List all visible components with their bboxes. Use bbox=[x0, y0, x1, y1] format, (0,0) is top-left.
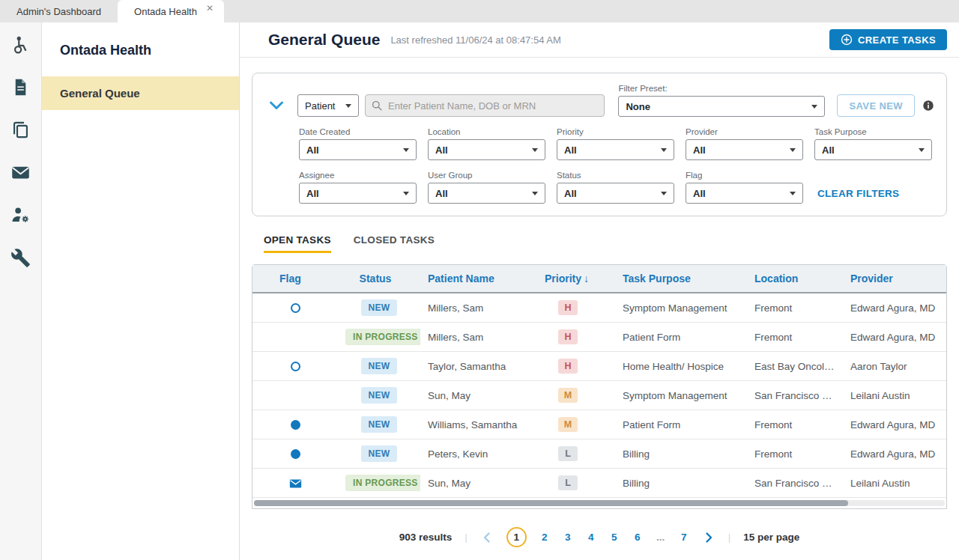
table-row[interactable]: NEW Sun, May M Symptom Management San Fr… bbox=[252, 381, 946, 410]
chevron-down-icon bbox=[790, 192, 796, 195]
patient-name-cell: Millers, Sam bbox=[420, 293, 537, 323]
divider: | bbox=[465, 532, 468, 543]
filter-priority-select[interactable]: All bbox=[557, 139, 674, 160]
table-row[interactable]: IN PROGRESS Sun, May L Billing San Franc… bbox=[252, 469, 946, 498]
chevron-down-icon bbox=[345, 104, 351, 108]
previous-page-chevron-icon[interactable] bbox=[480, 531, 494, 544]
filter-item: Location All bbox=[428, 127, 545, 160]
filter-row-1: Date Created All Location All Priority A… bbox=[299, 127, 934, 160]
provider-cell: Leilani Austin bbox=[843, 469, 946, 498]
collapse-filters-chevron-icon[interactable] bbox=[267, 97, 285, 115]
table-header-row: Flag Status Patient Name Priority↓ Task … bbox=[252, 265, 946, 293]
status-badge: IN PROGRESS bbox=[345, 329, 420, 345]
provider-cell: Edward Agura, MD bbox=[843, 293, 946, 323]
filter-value: All bbox=[564, 144, 577, 156]
filter-flag-select[interactable]: All bbox=[686, 183, 803, 204]
table-row[interactable]: NEW Millers, Sam H Symptom Management Fr… bbox=[252, 293, 946, 323]
filter-location-select[interactable]: All bbox=[428, 139, 545, 160]
patient-name-cell: Sun, May bbox=[420, 381, 537, 410]
save-new-preset-button[interactable]: SAVE NEW bbox=[837, 94, 915, 117]
filter-item: Assignee All bbox=[299, 171, 417, 204]
tools-icon[interactable] bbox=[10, 248, 31, 268]
patient-search-input[interactable] bbox=[365, 94, 605, 117]
chevron-down-icon bbox=[661, 192, 667, 195]
flag-circle-filled-icon[interactable] bbox=[291, 449, 300, 459]
filter-task-purpose-select[interactable]: All bbox=[814, 139, 932, 160]
copy-icon[interactable] bbox=[10, 120, 31, 140]
column-header-patient-name[interactable]: Patient Name bbox=[420, 265, 537, 293]
results-count: 903 results bbox=[399, 532, 453, 543]
document-icon[interactable] bbox=[10, 77, 31, 97]
close-tab-icon[interactable]: ✕ bbox=[206, 3, 214, 13]
patient-name-cell: Williams, Samantha bbox=[420, 410, 537, 439]
browser-tab-admins-dashboard[interactable]: Admin's Dashboard bbox=[0, 0, 118, 22]
column-header-priority[interactable]: Priority↓ bbox=[537, 265, 615, 293]
search-type-select[interactable]: Patient bbox=[297, 94, 359, 117]
flag-circle-outline-icon[interactable] bbox=[291, 303, 300, 313]
divider: | bbox=[728, 532, 731, 543]
per-page-select[interactable]: 15 per page bbox=[743, 532, 799, 543]
scrollbar-thumb[interactable] bbox=[254, 500, 848, 506]
filter-value: All bbox=[306, 188, 319, 199]
task-purpose-cell: Billing bbox=[615, 439, 747, 469]
browser-tab-ontada-health[interactable]: Ontada Health ✕ bbox=[118, 0, 224, 22]
provider-cell: Edward Agura, MD bbox=[843, 410, 946, 439]
flag-circle-filled-icon[interactable] bbox=[291, 420, 300, 430]
filter-status-select[interactable]: All bbox=[557, 183, 674, 204]
page-2-button[interactable]: 2 bbox=[539, 532, 550, 543]
patient-name-cell: Sun, May bbox=[420, 469, 537, 498]
user-admin-icon[interactable] bbox=[10, 205, 31, 225]
chevron-down-icon bbox=[790, 148, 796, 152]
filter-label: Task Purpose bbox=[814, 127, 932, 136]
page-7-button[interactable]: 7 bbox=[679, 532, 689, 543]
flag-envelope-icon[interactable] bbox=[289, 478, 302, 489]
next-page-chevron-icon[interactable] bbox=[702, 531, 716, 544]
filter-user-group-select[interactable]: All bbox=[428, 183, 545, 204]
filter-value: All bbox=[693, 188, 706, 199]
filter-preset-select[interactable]: None bbox=[618, 96, 825, 117]
table-row[interactable]: IN PROGRESS Millers, Sam H Patient Form … bbox=[252, 323, 946, 352]
tab-closed-tasks[interactable]: CLOSED TASKS bbox=[354, 234, 435, 253]
filter-date-created-select[interactable]: All bbox=[299, 139, 417, 160]
page-4-button[interactable]: 4 bbox=[586, 532, 596, 543]
patient-name-cell: Millers, Sam bbox=[420, 323, 537, 352]
column-header-location[interactable]: Location bbox=[747, 265, 843, 293]
horizontal-scrollbar[interactable] bbox=[254, 500, 945, 506]
filter-item: Priority All bbox=[557, 127, 674, 160]
tab-open-tasks[interactable]: OPEN TASKS bbox=[264, 234, 331, 253]
provider-cell: Leilani Austin bbox=[843, 381, 946, 410]
filter-row-2: Assignee All User Group All Status All F… bbox=[299, 171, 934, 204]
info-icon[interactable] bbox=[922, 100, 934, 112]
table-row[interactable]: NEW Peters, Kevin L Billing Fremont Edwa… bbox=[252, 439, 946, 469]
table-row[interactable]: NEW Williams, Samantha M Patient Form Fr… bbox=[252, 410, 946, 439]
clear-filters-link[interactable]: CLEAR FILTERS bbox=[817, 188, 899, 199]
table-row[interactable]: NEW Taylor, Samantha H Home Health/ Hosp… bbox=[252, 352, 946, 381]
location-cell: Fremont bbox=[747, 410, 843, 439]
create-tasks-button[interactable]: CREATE TASKS bbox=[829, 29, 947, 50]
location-cell: San Francisco Med... bbox=[747, 381, 843, 410]
flag-circle-outline-icon[interactable] bbox=[291, 362, 300, 371]
mail-icon[interactable] bbox=[10, 162, 31, 183]
location-cell: Fremont bbox=[747, 293, 843, 323]
search-type-value: Patient bbox=[305, 100, 335, 112]
filter-item: User Group All bbox=[428, 171, 545, 204]
task-purpose-cell: Home Health/ Hospice bbox=[615, 352, 747, 381]
column-header-provider[interactable]: Provider bbox=[843, 265, 946, 293]
chevron-down-icon bbox=[403, 148, 409, 152]
filter-provider-select[interactable]: All bbox=[686, 139, 803, 160]
column-header-status[interactable]: Status bbox=[338, 265, 420, 293]
create-tasks-label: CREATE TASKS bbox=[858, 34, 936, 46]
sidebar-item-general-queue[interactable]: General Queue bbox=[42, 76, 239, 110]
page-6-button[interactable]: 6 bbox=[632, 532, 643, 543]
filter-item: Flag All bbox=[686, 171, 803, 204]
filter-label: Priority bbox=[557, 127, 674, 136]
filter-assignee-select[interactable]: All bbox=[299, 183, 417, 204]
column-header-task-purpose[interactable]: Task Purpose bbox=[615, 265, 747, 293]
provider-cell: Aaron Taylor bbox=[843, 352, 946, 381]
page-3-button[interactable]: 3 bbox=[563, 532, 573, 543]
page-5-button[interactable]: 5 bbox=[609, 532, 620, 543]
page-1-button[interactable]: 1 bbox=[506, 527, 527, 547]
column-header-flag[interactable]: Flag bbox=[252, 265, 338, 293]
patient-care-icon[interactable] bbox=[10, 34, 31, 55]
page-title: General Queue bbox=[268, 31, 380, 49]
